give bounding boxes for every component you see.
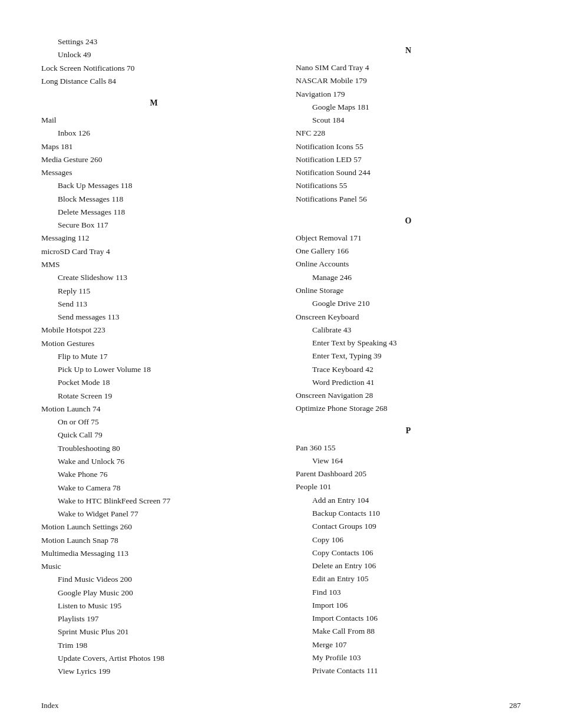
index-entry: Rotate Screen 19 — [58, 390, 266, 403]
index-entry: Flip to Mute 17 — [58, 350, 266, 363]
index-entry: Mobile Hotspot 223 — [41, 324, 266, 337]
index-entry: Music — [41, 560, 266, 573]
index-entry: Inbox 126 — [58, 127, 266, 140]
index-entry: Mail — [41, 114, 266, 127]
index-entry: Navigation 179 — [296, 88, 521, 101]
index-entry: View Lyrics 199 — [58, 665, 266, 678]
index-entry: MMS — [41, 258, 266, 271]
index-entry: Troubleshooting 80 — [58, 442, 266, 455]
section-header: P — [296, 426, 521, 436]
index-entry: Trim 198 — [58, 639, 266, 652]
index-entry: Multimedia Messaging 113 — [41, 547, 266, 560]
index-entry: Optimize Phone Storage 268 — [296, 402, 521, 415]
index-entry: Trace Keyboard 42 — [312, 363, 521, 376]
index-entry: Delete Messages 118 — [58, 206, 266, 219]
index-entry: Create Slideshow 113 — [58, 271, 266, 284]
index-entry: Long Distance Calls 84 — [41, 75, 266, 88]
index-entry: Enter Text by Speaking 43 — [312, 337, 521, 350]
section-header: M — [41, 98, 266, 108]
index-entry: Google Maps 181 — [312, 101, 521, 114]
index-entry: Secure Box 117 — [58, 219, 266, 232]
index-entry: Nano SIM Card Tray 4 — [296, 61, 521, 74]
index-entry: Onscreen Keyboard — [296, 311, 521, 324]
index-entry: Manage 246 — [312, 271, 521, 284]
index-entry: Google Play Music 200 — [58, 587, 266, 599]
index-entry: Enter Text, Typing 39 — [312, 350, 521, 363]
index-entry: Lock Screen Notifications 70 — [41, 62, 266, 75]
index-entry: View 164 — [312, 454, 521, 467]
index-entry: Onscreen Navigation 28 — [296, 389, 521, 402]
index-entry: Private Contacts 111 — [312, 664, 521, 677]
index-entry: Wake and Unlock 76 — [58, 455, 266, 468]
index-entry: Notification Icons 55 — [296, 140, 521, 153]
right-column: NNano SIM Card Tray 4NASCAR Mobile 179Na… — [290, 35, 521, 693]
index-entry: Pocket Mode 18 — [58, 376, 266, 389]
index-entry: Send messages 113 — [58, 311, 266, 324]
index-entry: Update Covers, Artist Photos 198 — [58, 652, 266, 665]
footer-right: 287 — [510, 701, 521, 710]
index-entry: On or Off 75 — [58, 416, 266, 429]
index-entry: Messages — [41, 166, 266, 179]
index-entry: Motion Launch Snap 78 — [41, 534, 266, 547]
index-entry: NFC 228 — [296, 127, 521, 140]
index-entry: Calibrate 43 — [312, 324, 521, 337]
index-entry: Motion Gestures — [41, 337, 266, 350]
index-entry: Object Removal 171 — [296, 232, 521, 245]
index-entry: Quick Call 79 — [58, 429, 266, 442]
index-entry: Wake to Camera 78 — [58, 482, 266, 495]
index-entry: Reply 115 — [58, 285, 266, 298]
index-entry: Backup Contacts 110 — [312, 507, 521, 520]
index-entry: Notification LED 57 — [296, 153, 521, 166]
index-entry: One Gallery 166 — [296, 245, 521, 258]
index-entry: Find Music Videos 200 — [58, 573, 266, 586]
index-entry: Notification Sound 244 — [296, 166, 521, 179]
index-entry: Merge 107 — [312, 638, 521, 651]
index-entry: Notifications 55 — [296, 179, 521, 192]
index-entry: Messaging 112 — [41, 232, 266, 245]
index-entry: microSD Card Tray 4 — [41, 245, 266, 258]
section-header: O — [296, 216, 521, 226]
index-entry: Listen to Music 195 — [58, 599, 266, 612]
section-header: N — [296, 46, 521, 55]
index-entry: Pan 360 155 — [296, 442, 521, 454]
index-entry: My Profile 103 — [312, 651, 521, 664]
index-entry: Motion Launch Settings 260 — [41, 521, 266, 533]
index-entry: Edit an Entry 105 — [312, 572, 521, 585]
index-entry: Wake to Widget Panel 77 — [58, 508, 266, 521]
footer-left: Index — [41, 701, 59, 710]
index-entry: Make Call From 88 — [312, 625, 521, 638]
index-entry: Delete an Entry 106 — [312, 559, 521, 572]
left-column: Settings 243Unlock 49Lock Screen Notific… — [41, 35, 290, 693]
index-entry: Import Contacts 106 — [312, 612, 521, 625]
index-entry: Online Storage — [296, 284, 521, 297]
index-entry: Online Accounts — [296, 258, 521, 271]
index-entry: Settings 243 — [58, 35, 266, 48]
index-entry: Sprint Music Plus 201 — [58, 625, 266, 638]
index-entry: Scout 184 — [312, 114, 521, 127]
index-entry: Word Prediction 41 — [312, 376, 521, 389]
index-entry: Import 106 — [312, 599, 521, 612]
index-entry: Find 103 — [312, 586, 521, 599]
index-entry: Contact Groups 109 — [312, 520, 521, 533]
index-entry: Playlists 197 — [58, 612, 266, 625]
index-entry: Parent Dashboard 205 — [296, 467, 521, 480]
index-entry: Back Up Messages 118 — [58, 179, 266, 192]
footer: Index 287 — [41, 701, 521, 710]
index-entry: NASCAR Mobile 179 — [296, 74, 521, 87]
index-entry: Pick Up to Lower Volume 18 — [58, 363, 266, 376]
index-entry: Google Drive 210 — [312, 297, 521, 310]
index-entry: Wake Phone 76 — [58, 468, 266, 481]
index-entry: Motion Launch 74 — [41, 403, 266, 416]
index-entry: Copy 106 — [312, 533, 521, 546]
index-entry: Unlock 49 — [58, 48, 266, 61]
index-entry: Notifications Panel 56 — [296, 193, 521, 206]
index-entry: People 101 — [296, 480, 521, 493]
index-entry: Copy Contacts 106 — [312, 546, 521, 559]
index-entry: Media Gesture 260 — [41, 153, 266, 166]
index-entry: Block Messages 118 — [58, 193, 266, 206]
index-entry: Add an Entry 104 — [312, 494, 521, 507]
index-entry: Maps 181 — [41, 140, 266, 153]
index-entry: Send 113 — [58, 298, 266, 311]
index-entry: Wake to HTC BlinkFeed Screen 77 — [58, 495, 266, 508]
